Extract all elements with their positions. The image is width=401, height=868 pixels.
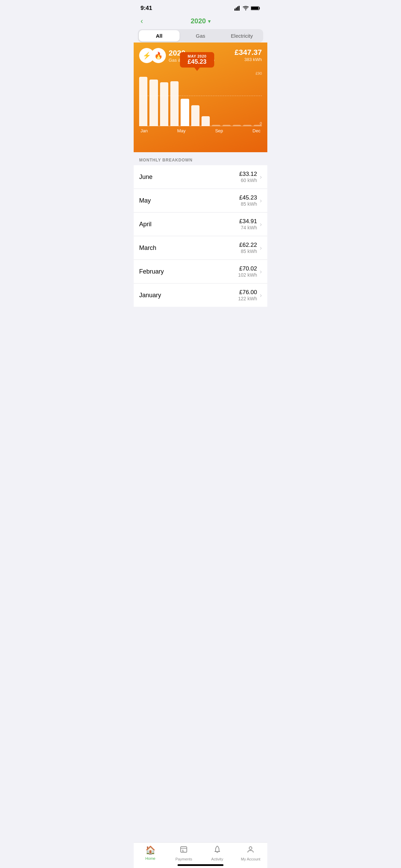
svg-point-11	[249, 847, 252, 849]
svg-rect-1	[236, 8, 237, 11]
bar-col-5	[181, 71, 189, 126]
month-cost-march: £62.22 85 kWh	[239, 242, 257, 254]
svg-rect-3	[239, 6, 240, 11]
bar-col-3	[160, 71, 168, 126]
x-axis: Jan May Sep Dec	[139, 126, 262, 135]
bar-col-10	[233, 71, 241, 126]
monthly-breakdown-title: MONTHLY BREAKDOWN	[134, 152, 267, 165]
chart-total-kwh: 383 kWh	[234, 57, 262, 62]
month-name-may: May	[139, 197, 151, 204]
chevron-right-icon: ›	[260, 244, 262, 252]
month-cost-may: £45.23 85 kWh	[239, 194, 257, 207]
nav-activity[interactable]: Activity	[200, 845, 234, 861]
year-selector[interactable]: 2020 ▾	[191, 17, 210, 25]
month-name-march: March	[139, 244, 156, 252]
month-list: June £33.12 60 kWh › May £45.23 85 kWh ›…	[134, 165, 267, 307]
bar-chart: £90 0 Jan	[139, 71, 262, 135]
month-row-february[interactable]: February £70.02 102 kWh ›	[134, 260, 267, 284]
month-name-january: January	[139, 292, 161, 299]
bar-col-4	[170, 71, 179, 126]
chevron-down-icon: ▾	[208, 19, 210, 24]
month-name-april: April	[139, 221, 151, 228]
x-label-sep: Sep	[215, 128, 223, 133]
status-icons	[234, 6, 260, 11]
bar-col-1	[139, 71, 147, 126]
signal-icon	[234, 6, 241, 11]
nav-home-label: Home	[145, 856, 155, 860]
month-right-february: £70.02 102 kWh ›	[238, 265, 262, 278]
tab-gas[interactable]: Gas	[180, 30, 221, 41]
payments-icon	[180, 845, 188, 856]
nav-payments-label: Payments	[175, 857, 192, 861]
zero-line	[139, 126, 262, 126]
svg-rect-0	[234, 9, 235, 11]
bar-col-9	[222, 71, 231, 126]
chart-tooltip: MAY 2020 £45.23	[180, 52, 214, 71]
tooltip-value: £45.23	[185, 58, 209, 65]
chevron-right-icon: ›	[260, 268, 262, 275]
chevron-right-icon: ›	[260, 197, 262, 204]
month-right-may: £45.23 85 kWh ›	[239, 194, 262, 207]
month-row-april[interactable]: April £34.91 74 kWh ›	[134, 213, 267, 236]
bell-icon	[213, 845, 221, 856]
month-name-june: June	[139, 173, 153, 181]
bar-col-8	[212, 71, 220, 126]
bar-col-2	[149, 71, 158, 126]
svg-rect-2	[237, 7, 238, 11]
chart-icons: ⚡ 🔥	[139, 48, 166, 63]
nav-myaccount-label: My Account	[241, 857, 260, 861]
month-right-april: £34.91 74 kWh ›	[239, 218, 262, 230]
bar-col-7	[202, 71, 210, 126]
month-row-june[interactable]: June £33.12 60 kWh ›	[134, 165, 267, 189]
bars-container: 0	[139, 71, 262, 126]
bar-col-11	[243, 71, 251, 126]
nav-myaccount[interactable]: My Account	[234, 845, 268, 861]
month-name-february: February	[139, 268, 164, 275]
month-right-june: £33.12 60 kWh ›	[239, 171, 262, 183]
tab-electricity[interactable]: Electricity	[221, 30, 262, 41]
month-cost-february: £70.02 102 kWh	[238, 265, 257, 278]
status-bar: 9:41	[134, 0, 267, 14]
zero-label: 0	[260, 121, 262, 125]
svg-rect-6	[251, 7, 258, 10]
x-label-jan: Jan	[141, 128, 148, 133]
month-cost-june: £33.12 60 kWh	[239, 171, 257, 183]
wifi-icon	[243, 6, 249, 11]
x-label-dec: Dec	[253, 128, 260, 133]
account-icon	[246, 845, 255, 856]
header: ‹ 2020 ▾	[134, 14, 267, 29]
tab-all[interactable]: All	[139, 30, 180, 41]
month-right-march: £62.22 85 kWh ›	[239, 242, 262, 254]
back-button[interactable]: ‹	[141, 17, 143, 26]
gas-icon: 🔥	[151, 48, 166, 63]
chevron-right-icon: ›	[260, 221, 262, 228]
status-time: 9:41	[141, 5, 152, 12]
svg-point-4	[245, 10, 246, 10]
bar-col-6	[191, 71, 199, 126]
nav-activity-label: Activity	[211, 857, 223, 861]
nav-home[interactable]: 🏠 Home	[134, 845, 167, 861]
month-right-january: £76.00 122 kWh ›	[238, 289, 262, 301]
month-row-march[interactable]: March £62.22 85 kWh ›	[134, 236, 267, 260]
home-icon: 🏠	[145, 845, 156, 855]
battery-icon	[251, 6, 260, 11]
chart-total-amount: £347.37	[234, 48, 262, 57]
month-cost-april: £34.91 74 kWh	[239, 218, 257, 230]
tooltip-label: MAY 2020	[185, 54, 209, 58]
tab-bar: All Gas Electricity	[138, 29, 263, 43]
month-row-may[interactable]: May £45.23 85 kWh ›	[134, 189, 267, 213]
year-label: 2020	[191, 17, 206, 25]
x-label-may: May	[177, 128, 186, 133]
month-row-january[interactable]: January £76.00 122 kWh ›	[134, 284, 267, 307]
bar-col-12	[254, 71, 262, 126]
chevron-right-icon: ›	[260, 292, 262, 299]
chart-area: ⚡ 🔥 2020 Gas & Electricity usage £347.37…	[134, 43, 267, 152]
dashed-line	[139, 96, 262, 96]
tooltip-arrow	[194, 68, 200, 71]
nav-payments[interactable]: Payments	[167, 845, 201, 861]
home-indicator	[178, 864, 223, 866]
chevron-right-icon: ›	[260, 173, 262, 181]
chart-total: £347.37 383 kWh	[234, 48, 262, 62]
month-cost-january: £76.00 122 kWh	[238, 289, 257, 301]
